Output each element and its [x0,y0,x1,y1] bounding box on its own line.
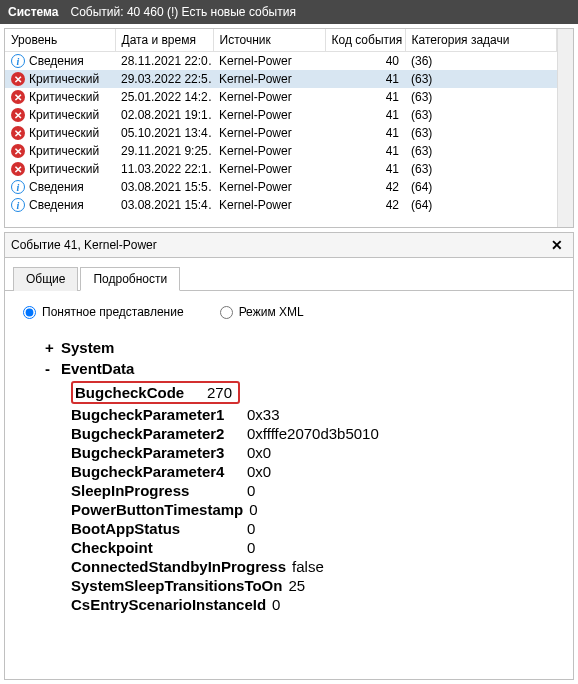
eventdata-row: SleepInProgress0 [71,482,555,499]
eventdata-val: 0 [272,596,280,613]
header-event-count: Событий: 40 460 (!) Есть новые события [71,5,296,19]
critical-icon: ✕ [11,144,25,158]
table-row[interactable]: ✕Критический29.03.2022 22:5…Kernel-Power… [5,70,557,88]
tab-general[interactable]: Общие [13,267,78,291]
eventdata-row: BugcheckParameter40x0 [71,463,555,480]
cell-task-category: (64) [405,178,557,196]
cell-event-id: 42 [325,178,405,196]
table-row[interactable]: ✕Критический05.10.2021 13:4…Kernel-Power… [5,124,557,142]
cell-event-id: 41 [325,106,405,124]
tree-eventdata[interactable]: - EventData [45,360,555,377]
table-row[interactable]: ✕Критический25.01.2022 14:2…Kernel-Power… [5,88,557,106]
view-mode-row: Понятное представление Режим XML [5,291,573,333]
cell-source: Kernel-Power [213,70,325,88]
info-icon: i [11,54,25,68]
cell-level: Сведения [29,54,84,68]
cell-task-category: (63) [405,160,557,178]
eventdata-row: BugcheckCode270 [71,381,555,404]
cell-source: Kernel-Power [213,178,325,196]
radio-friendly[interactable]: Понятное представление [23,305,184,319]
detail-body: + System - EventData BugcheckCode270Bugc… [5,333,573,679]
cell-datetime: 05.10.2021 13:4… [115,124,213,142]
radio-friendly-label: Понятное представление [42,305,184,319]
cell-task-category: (36) [405,52,557,70]
eventdata-key: SystemSleepTransitionsToOn [71,577,282,594]
eventdata-key: CsEntryScenarioInstanceId [71,596,266,613]
event-table-body: iСведения28.11.2021 22:0…Kernel-Power40(… [5,52,557,214]
tree-expand-icon[interactable]: + [45,339,61,356]
radio-xml-label: Режим XML [239,305,304,319]
detail-tabs: Общие Подробности [5,258,573,291]
cell-level: Сведения [29,198,84,212]
col-level[interactable]: Уровень [5,29,115,52]
cell-source: Kernel-Power [213,106,325,124]
cell-event-id: 42 [325,196,405,214]
eventdata-key: BugcheckCode [75,384,201,401]
vertical-scrollbar[interactable] [557,29,573,227]
col-datetime[interactable]: Дата и время [115,29,213,52]
eventdata-val: 0x0 [247,444,271,461]
cell-task-category: (63) [405,142,557,160]
eventdata-key: BootAppStatus [71,520,241,537]
table-row[interactable]: ✕Критический11.03.2022 22:1…Kernel-Power… [5,160,557,178]
cell-event-id: 41 [325,142,405,160]
tree-eventdata-label: EventData [61,360,134,377]
eventdata-val: 0 [249,501,257,518]
cell-task-category: (63) [405,88,557,106]
critical-icon: ✕ [11,162,25,176]
event-table-head: Уровень Дата и время Источник Код событи… [5,29,557,52]
eventdata-val: false [292,558,324,575]
tab-details[interactable]: Подробности [80,267,180,291]
event-table-pane: Уровень Дата и время Источник Код событи… [4,28,574,228]
col-event-id[interactable]: Код события [325,29,405,52]
table-row[interactable]: iСведения03.08.2021 15:4…Kernel-Power42(… [5,196,557,214]
eventdata-row: CsEntryScenarioInstanceId0 [71,596,555,613]
eventdata-key: BugcheckParameter2 [71,425,241,442]
eventdata-row: BugcheckParameter10x33 [71,406,555,423]
cell-source: Kernel-Power [213,196,325,214]
cell-task-category: (63) [405,106,557,124]
critical-icon: ✕ [11,126,25,140]
eventdata-key: SleepInProgress [71,482,241,499]
cell-source: Kernel-Power [213,160,325,178]
table-row[interactable]: iСведения28.11.2021 22:0…Kernel-Power40(… [5,52,557,70]
eventdata-val: 0 [247,520,255,537]
cell-level: Критический [29,90,99,104]
cell-event-id: 40 [325,52,405,70]
tree-system[interactable]: + System [45,339,555,356]
info-icon: i [11,180,25,194]
cell-datetime: 02.08.2021 19:1… [115,106,213,124]
cell-source: Kernel-Power [213,124,325,142]
radio-friendly-input[interactable] [23,306,36,319]
detail-pane: Событие 41, Kernel-Power ✕ Общие Подробн… [4,232,574,680]
eventdata-val: 0xffffe2070d3b5010 [247,425,379,442]
col-task-category[interactable]: Категория задачи [405,29,557,52]
cell-datetime: 29.11.2021 9:25… [115,142,213,160]
table-row[interactable]: ✕Критический29.11.2021 9:25…Kernel-Power… [5,142,557,160]
table-row[interactable]: iСведения03.08.2021 15:5…Kernel-Power42(… [5,178,557,196]
cell-event-id: 41 [325,88,405,106]
cell-level: Критический [29,126,99,140]
info-icon: i [11,198,25,212]
eventdata-val: 0 [247,539,255,556]
critical-icon: ✕ [11,90,25,104]
eventdata-key: PowerButtonTimestamp [71,501,243,518]
eventdata-row: Checkpoint0 [71,539,555,556]
eventdata-row: BugcheckParameter30x0 [71,444,555,461]
radio-xml[interactable]: Режим XML [220,305,304,319]
eventdata-row: SystemSleepTransitionsToOn25 [71,577,555,594]
critical-icon: ✕ [11,72,25,86]
eventdata-row: BootAppStatus0 [71,520,555,537]
cell-datetime: 25.01.2022 14:2… [115,88,213,106]
cell-source: Kernel-Power [213,88,325,106]
cell-level: Критический [29,108,99,122]
table-row[interactable]: ✕Критический02.08.2021 19:1…Kernel-Power… [5,106,557,124]
eventdata-val: 270 [207,384,232,401]
eventdata-key: BugcheckParameter1 [71,406,241,423]
radio-xml-input[interactable] [220,306,233,319]
eventdata-key: Checkpoint [71,539,241,556]
close-icon[interactable]: ✕ [547,237,567,253]
col-source[interactable]: Источник [213,29,325,52]
tree-collapse-icon[interactable]: - [45,360,61,377]
eventdata-val: 0x0 [247,463,271,480]
